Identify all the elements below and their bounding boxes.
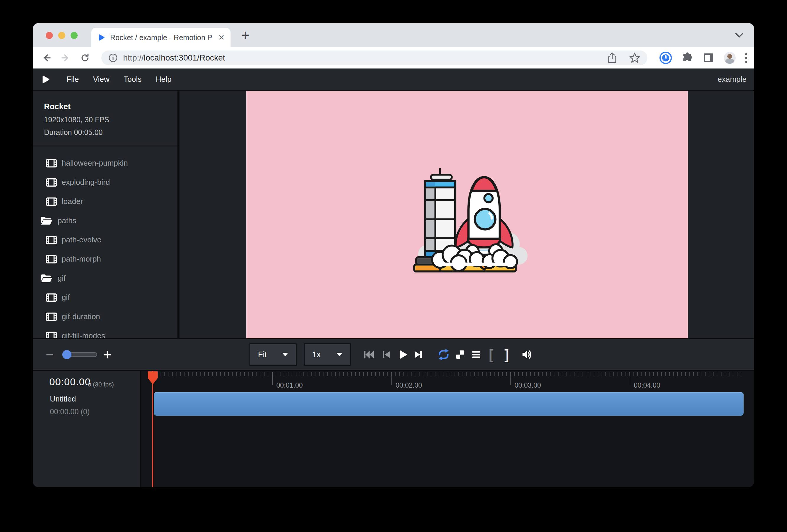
playhead-marker[interactable]	[148, 371, 157, 384]
skip-to-start-icon[interactable]	[362, 348, 375, 361]
sidebar-item[interactable]: gif-fill-modes	[33, 326, 177, 338]
sidebar-item-label: exploding-bird	[62, 178, 110, 187]
timeline-track-area[interactable]: 00:01.00 00:02.00 00:03.00 00:04.00	[142, 371, 754, 487]
extensions-puzzle-icon[interactable]	[681, 52, 693, 64]
tab-strip: Rocket / example - Remotion P ✕ +	[33, 23, 754, 47]
canvas-size-select[interactable]: Fit	[250, 343, 297, 366]
menu-help[interactable]: Help	[149, 75, 178, 84]
player-controls: − + Fit 1x	[33, 338, 754, 371]
playback-speed-value: 1x	[312, 350, 321, 359]
track-name: Untitled	[50, 395, 76, 404]
out-point-bracket-icon[interactable]: ]	[505, 348, 509, 361]
rocket-illustration	[404, 153, 530, 276]
composition-duration: Duration 00:05.00	[44, 128, 177, 137]
remotion-logo-icon[interactable]	[40, 75, 50, 84]
menu-view[interactable]: View	[86, 75, 116, 84]
browser-toolbar: http://localhost:3001/Rocket	[33, 47, 754, 68]
remotion-favicon-icon	[97, 34, 105, 42]
new-tab-button[interactable]: +	[241, 27, 250, 43]
volume-icon[interactable]	[520, 348, 533, 361]
current-frame-display: 0 (30 fps)	[88, 381, 114, 388]
tab-close-icon[interactable]: ✕	[218, 33, 225, 42]
sidebar-item-label: loader	[62, 197, 83, 206]
onepassword-extension-icon[interactable]	[659, 52, 672, 64]
sidebar-item-label: path-morph	[62, 254, 101, 264]
loop-icon[interactable]	[437, 348, 450, 361]
sidebar-item-label: gif	[62, 293, 70, 302]
timeline: 00:00.00 0 (30 fps) Untitled 00:00.00 (0…	[33, 371, 754, 487]
zoom-in-button[interactable]: +	[103, 346, 112, 363]
project-name-label: example	[718, 75, 747, 84]
track-duration: 00:00.00 (0)	[50, 407, 90, 416]
sidebar-item[interactable]: loader	[33, 192, 177, 211]
browser-menu-icon[interactable]	[745, 53, 747, 63]
sidebar-item[interactable]: path-morph	[33, 250, 177, 269]
play-icon[interactable]	[397, 348, 409, 361]
tab-title: Rocket / example - Remotion P	[110, 34, 215, 42]
timeline-clip-bar[interactable]	[154, 392, 744, 416]
menu-file[interactable]: File	[59, 75, 86, 84]
transparency-checkerboard-icon[interactable]	[454, 348, 467, 361]
previous-frame-icon[interactable]	[380, 348, 392, 361]
main-area: Rocket 1920x1080, 30 FPS Duration 00:05.…	[33, 91, 754, 338]
sidebar-item-label: path-evolve	[62, 235, 101, 244]
sidebar-item-label: gif	[58, 274, 66, 283]
composition-canvas[interactable]	[246, 91, 688, 338]
chevron-down-icon	[282, 353, 288, 356]
back-icon[interactable]	[41, 52, 52, 63]
zoom-slider-thumb[interactable]	[62, 350, 71, 359]
minimize-window-button[interactable]	[58, 32, 65, 39]
next-frame-icon[interactable]	[412, 348, 425, 361]
ruler-second-tick	[391, 372, 392, 385]
composition-name: Rocket	[44, 102, 177, 111]
sidebar-item[interactable]: gif-duration	[33, 307, 177, 326]
share-icon[interactable]	[607, 52, 617, 63]
film-icon	[46, 197, 57, 206]
folder-open-icon	[40, 273, 53, 283]
sidebar-item[interactable]: halloween-pumpkin	[33, 153, 177, 173]
film-icon	[46, 255, 57, 264]
folder-open-icon	[40, 216, 53, 226]
reload-icon[interactable]	[79, 52, 91, 63]
composition-list: halloween-pumpkin exploding-bird loader	[33, 146, 177, 338]
forward-icon[interactable]	[60, 52, 71, 63]
side-panel-icon[interactable]	[703, 52, 715, 64]
profile-avatar[interactable]	[724, 52, 736, 64]
zoom-out-button[interactable]: −	[46, 347, 54, 363]
composition-info: Rocket 1920x1080, 30 FPS Duration 00:05.…	[33, 91, 177, 137]
film-icon	[46, 293, 57, 302]
menu-tools[interactable]: Tools	[116, 75, 149, 84]
composition-resolution: 1920x1080, 30 FPS	[44, 115, 177, 124]
playback-speed-select[interactable]: 1x	[304, 343, 351, 366]
ruler-second-tick	[630, 372, 630, 385]
sidebar-item-label: gif-duration	[62, 312, 100, 321]
sidebar-item[interactable]: gif	[33, 269, 177, 288]
film-icon	[46, 178, 57, 187]
timeline-info-panel: 00:00.00 0 (30 fps) Untitled 00:00.00 (0…	[33, 371, 142, 487]
fullscreen-window-button[interactable]	[70, 32, 78, 39]
sidebar-item-label: gif-fill-modes	[62, 331, 105, 338]
compositions-sidebar: Rocket 1920x1080, 30 FPS Duration 00:05.…	[33, 91, 179, 338]
sidebar-item[interactable]: exploding-bird	[33, 173, 177, 192]
tab-search-chevron-icon[interactable]	[735, 33, 743, 38]
sidebar-item-label: paths	[58, 216, 77, 225]
in-point-bracket-icon[interactable]: [	[489, 348, 493, 361]
playhead-line[interactable]	[152, 371, 153, 487]
ruler-label: 00:02.00	[396, 381, 422, 389]
desktop: Rocket / example - Remotion P ✕ +	[0, 0, 787, 532]
app-menubar: File View Tools Help example	[33, 68, 754, 91]
sidebar-item[interactable]: gif	[33, 288, 177, 307]
bookmark-star-icon[interactable]	[629, 52, 640, 63]
timeline-zoom-slider[interactable]	[62, 352, 97, 357]
sidebar-item[interactable]: path-evolve	[33, 230, 177, 250]
film-icon	[46, 159, 57, 168]
ruler-label: 00:03.00	[514, 381, 541, 389]
current-time-display: 00:00.00	[49, 376, 91, 388]
close-window-button[interactable]	[46, 32, 53, 39]
ruler-second-tick	[272, 372, 273, 385]
sidebar-item[interactable]: paths	[33, 211, 177, 230]
browser-tab[interactable]: Rocket / example - Remotion P ✕	[91, 28, 231, 47]
site-info-icon[interactable]	[108, 53, 118, 63]
address-bar[interactable]: http://localhost:3001/Rocket	[101, 50, 647, 65]
timeline-tracks-icon[interactable]	[470, 348, 483, 361]
